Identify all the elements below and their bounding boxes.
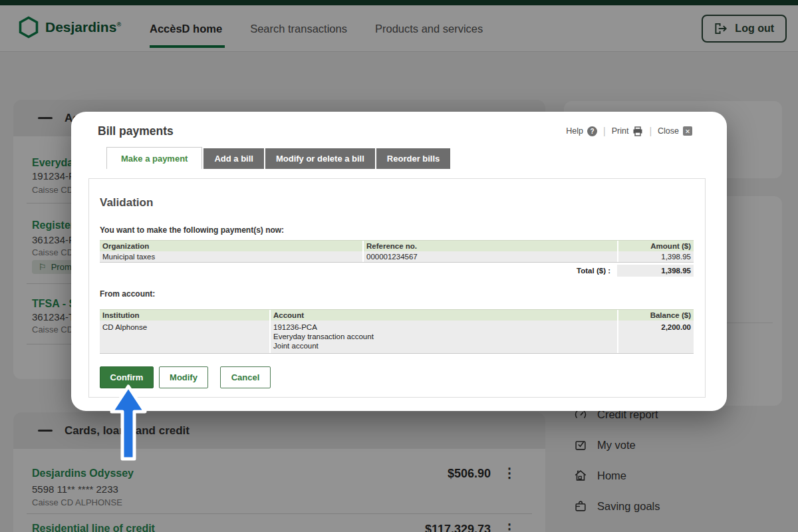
- account-number-line: 191236-PCA: [273, 323, 617, 332]
- total-label: Total ($) :: [577, 265, 617, 277]
- help-icon: ?: [587, 126, 597, 136]
- account-type-line: Everyday transaction account: [273, 332, 617, 341]
- tab-modify-or-delete-a-bill[interactable]: Modify or delete a bill: [265, 148, 375, 169]
- payments-total-row: Total ($) : 1,398.95: [100, 265, 694, 277]
- validation-panel: Validation You want to make the followin…: [88, 178, 706, 398]
- payment-reference: 000001234567: [362, 251, 617, 262]
- from-account-label: From account:: [100, 289, 155, 299]
- col-organization: Organization: [100, 241, 362, 251]
- cancel-button[interactable]: Cancel: [220, 366, 271, 388]
- payments-table-header: Organization Reference no. Amount ($): [100, 240, 694, 251]
- print-label: Print: [612, 126, 629, 136]
- close-link[interactable]: Close ✕: [658, 126, 692, 136]
- toolbar-separator: |: [649, 126, 652, 136]
- bill-payments-tabs: Make a payment Add a bill Modify or dele…: [106, 147, 450, 169]
- bill-payments-modal: Bill payments Help ? | Print | Close ✕: [71, 112, 727, 411]
- help-link[interactable]: Help ?: [566, 126, 597, 136]
- print-link[interactable]: Print: [612, 126, 644, 136]
- modify-button[interactable]: Modify: [159, 366, 208, 388]
- account-value: 191236-PCA Everyday transaction account …: [269, 321, 617, 353]
- balance-value: 2,200.00: [617, 321, 694, 353]
- payments-table: Organization Reference no. Amount ($) Mu…: [100, 240, 694, 277]
- close-icon: ✕: [683, 126, 692, 136]
- validation-heading: Validation: [100, 196, 153, 209]
- tab-reorder-bills[interactable]: Reorder bills: [376, 148, 450, 169]
- from-account-header: Institution Account Balance ($): [100, 309, 694, 321]
- pointer-arrow: [110, 384, 147, 463]
- from-account-table: Institution Account Balance ($) CD Alpho…: [100, 309, 694, 354]
- help-label: Help: [566, 126, 583, 136]
- from-account-row: CD Alphonse 191236-PCA Everyday transact…: [100, 321, 694, 354]
- col-amount: Amount ($): [617, 241, 694, 251]
- modal-title: Bill payments: [98, 124, 174, 138]
- col-balance: Balance ($): [617, 310, 694, 321]
- total-value: 1,398.95: [617, 265, 694, 277]
- account-joint-line: Joint account: [273, 341, 617, 350]
- validation-intro: You want to make the following payment(s…: [100, 225, 284, 235]
- toolbar-separator: |: [603, 126, 606, 136]
- accesd-page: Desjardins® AccèsD home Search transacti…: [0, 0, 798, 532]
- payment-amount: 1,398.95: [617, 251, 694, 262]
- printer-icon: [632, 126, 643, 136]
- col-reference-no: Reference no.: [362, 241, 617, 251]
- payment-row: Municipal taxes 000001234567 1,398.95: [100, 251, 694, 263]
- modal-toolbar: Help ? | Print | Close ✕: [566, 126, 692, 136]
- institution-value: CD Alphonse: [100, 321, 269, 353]
- tab-make-a-payment[interactable]: Make a payment: [106, 147, 202, 169]
- col-institution: Institution: [100, 310, 269, 321]
- payment-organization: Municipal taxes: [100, 251, 362, 262]
- close-label: Close: [658, 126, 679, 136]
- tab-add-a-bill[interactable]: Add a bill: [203, 148, 264, 169]
- col-account: Account: [269, 310, 617, 321]
